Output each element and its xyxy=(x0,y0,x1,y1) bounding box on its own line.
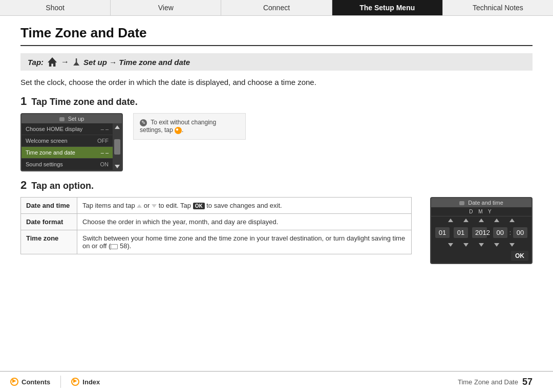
camera-screen-2-area: Date and time D M Y 01 xyxy=(422,197,533,264)
footer-contents[interactable]: Contents xyxy=(0,376,61,388)
month-value: 01 xyxy=(454,227,468,238)
option-desc-date-time: Tap items and tap or to edit. Tap OK to … xyxy=(77,198,412,214)
option-name-time-zone: Time zone xyxy=(21,230,77,254)
page-title: Time Zone and Date xyxy=(20,25,533,46)
step2-text: Tap an option. xyxy=(31,181,94,191)
home-icon xyxy=(48,57,57,67)
min-value: 00 xyxy=(513,227,527,238)
page-label: Time Zone and Date xyxy=(458,378,518,386)
scroll-down-icon xyxy=(115,165,120,168)
month-up-icon xyxy=(463,219,469,222)
nav-setup-menu[interactable]: The Setup Menu xyxy=(332,0,443,15)
hour-value: 00 xyxy=(493,227,507,238)
month-down-icon xyxy=(463,243,469,247)
option-name-date-time: Date and time xyxy=(21,198,77,214)
menu-item-welcome: Welcome screen OFF xyxy=(22,135,113,147)
book-icon xyxy=(111,244,118,249)
min-down-icon xyxy=(509,243,515,247)
step1-text: Tap Time zone and date. xyxy=(31,97,137,107)
option-desc-time-zone: Switch between your home time zone and t… xyxy=(77,230,412,254)
nav-shoot[interactable]: Shoot xyxy=(0,0,111,15)
footer: Contents Index Time Zone and Date 57 xyxy=(0,371,553,392)
options-table: Date and time Tap items and tap or to ed… xyxy=(20,197,412,254)
camera-screen1-header: Set up xyxy=(22,114,122,123)
tap-instruction: Tap: → Set up → Time zone and date xyxy=(20,53,533,71)
camera-screen-1: Set up Choose HOME display – – Welcome s… xyxy=(20,113,123,171)
step2-heading: 2 Tap an option. xyxy=(20,179,533,192)
year-value: 2012 xyxy=(472,227,487,238)
step2-number: 2 xyxy=(20,179,27,191)
nav-connect[interactable]: Connect xyxy=(221,0,332,15)
tap-label: Tap: xyxy=(28,58,44,67)
hour-down-icon xyxy=(494,243,499,247)
dmy-bar: D M Y xyxy=(431,207,531,216)
step1-heading: 1 Tap Time zone and date. xyxy=(20,95,256,108)
contents-arrow-icon xyxy=(10,378,18,386)
main-content: Time Zone and Date Tap: → Set up → Time … xyxy=(0,16,553,264)
date-values-row: 01 01 2012 00 : 00 xyxy=(431,224,531,241)
tap-path: Set up → Time zone and date xyxy=(83,58,190,67)
option-name-date-format: Date format xyxy=(21,214,77,230)
day-down-icon xyxy=(448,243,453,247)
note-icon: ✎ xyxy=(140,119,147,126)
down-arrows-row xyxy=(431,241,531,249)
wrench-icon xyxy=(73,58,79,66)
up-arrows-row xyxy=(431,216,531,224)
page-number: 57 xyxy=(522,377,533,387)
note-box: ✎ To exit without changing settings, tap… xyxy=(133,113,246,140)
ok-area: OK xyxy=(431,249,531,263)
arrow-icon: → xyxy=(61,57,69,67)
table-row: Time zone Switch between your home time … xyxy=(21,230,412,254)
colon-sep: : xyxy=(509,229,511,236)
footer-index[interactable]: Index xyxy=(61,376,110,388)
index-arrow-icon xyxy=(71,378,79,386)
back-button-icon xyxy=(175,127,182,134)
options-table-area: Date and time Tap items and tap or to ed… xyxy=(20,197,412,264)
date-edit-area: 01 01 2012 00 : 00 xyxy=(431,216,531,249)
menu-item-timezone: Time zone and date – – xyxy=(22,147,113,159)
camera-menu-list: Choose HOME display – – Welcome screen O… xyxy=(22,123,113,170)
contents-label: Contents xyxy=(22,378,50,386)
hour-up-icon xyxy=(494,219,499,222)
scrollbar xyxy=(113,123,122,170)
camera-screen1-body: Choose HOME display – – Welcome screen O… xyxy=(22,123,122,170)
ok-icon: OK xyxy=(193,203,205,209)
top-navigation: Shoot View Connect The Setup Menu Techni… xyxy=(0,0,553,16)
footer-page-info: Time Zone and Date 57 xyxy=(458,377,553,387)
up-triangle-icon xyxy=(137,204,142,208)
ok-button[interactable]: OK xyxy=(511,251,528,261)
subtitle: Set the clock, choose the order in which… xyxy=(20,78,533,86)
step2-section: 2 Tap an option. Date and time Tap items… xyxy=(20,179,533,264)
index-label: Index xyxy=(82,378,100,386)
step1-left: 1 Tap Time zone and date. Set up Choose … xyxy=(20,95,256,171)
nav-view[interactable]: View xyxy=(111,0,221,15)
nav-technical-notes[interactable]: Technical Notes xyxy=(443,0,553,15)
option-desc-date-format: Choose the order in which the year, mont… xyxy=(77,214,412,230)
scroll-thumb xyxy=(114,139,120,155)
step1-inner: Set up Choose HOME display – – Welcome s… xyxy=(20,113,256,171)
table-row: Date format Choose the order in which th… xyxy=(21,214,412,230)
table-row: Date and time Tap items and tap or to ed… xyxy=(21,198,412,214)
step1-number: 1 xyxy=(20,95,27,107)
day-value: 01 xyxy=(435,227,450,238)
camera-screen2-header: Date and time xyxy=(431,198,531,207)
year-down-icon xyxy=(479,243,484,247)
step2-content: Date and time Tap items and tap or to ed… xyxy=(20,197,533,264)
menu-item-choose-home: Choose HOME display – – xyxy=(22,123,113,135)
step1-section: 1 Tap Time zone and date. Set up Choose … xyxy=(20,95,533,171)
min-up-icon xyxy=(509,219,515,222)
day-up-icon xyxy=(448,219,453,222)
camera-screen-2: Date and time D M Y 01 xyxy=(430,197,533,264)
down-triangle-icon xyxy=(152,204,157,208)
scroll-up-icon xyxy=(115,125,120,129)
menu-item-sound: Sound settings ON xyxy=(22,159,113,170)
year-up-icon xyxy=(479,219,484,222)
